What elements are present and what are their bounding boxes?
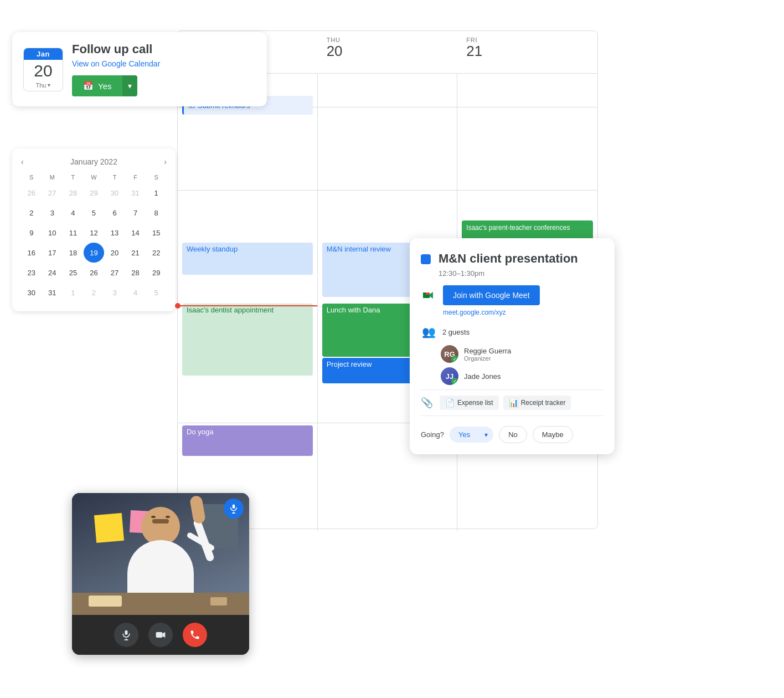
event-dentist[interactable]: Isaac's dentist appointment [182,304,313,376]
mini-cal-day[interactable]: 25 [63,263,84,283]
toggle-camera-button[interactable] [148,623,173,647]
reminder-calendar-icon: Jan 20 Thu [23,48,63,91]
mini-cal-day[interactable]: 9 [21,223,42,243]
event-detail-title: M&N client presentation [439,252,578,266]
mini-cal-day[interactable]: 2 [21,203,42,223]
mini-cal-day[interactable]: 29 [84,183,105,203]
mini-cal-day[interactable]: 3 [42,203,63,223]
going-maybe-button[interactable]: Maybe [533,426,573,443]
mini-cal-day[interactable]: 8 [146,203,167,223]
going-yes-dropdown[interactable]: ▾ [479,427,493,443]
cal-day-thu[interactable]: THU 20 [318,31,458,73]
event-yoga[interactable]: Do yoga [182,425,313,456]
mini-cal-day[interactable]: 2 [84,283,105,302]
mini-cal-day[interactable]: 3 [104,283,125,302]
mini-cal-day[interactable]: 5 [84,203,105,223]
yes-dropdown-button[interactable]: ▾ [122,75,137,96]
mini-cal-th-w: W [84,172,105,183]
guest-role-reggie: Organizer [464,355,511,362]
guest-reggie: RG ✓ Reggie Guerra Organizer [421,345,604,363]
reminder-day: 20 [24,60,63,82]
svg-rect-7 [156,632,163,638]
guests-row: 👥 2 guests [421,325,604,338]
mini-cal-day[interactable]: 18 [63,243,84,263]
row-divider [457,107,597,107]
video-call-card [72,493,249,655]
sheets-icon: 📊 [509,398,518,407]
mic-active-badge [224,499,244,519]
mini-cal-th-f: F [125,172,146,183]
reminder-card: Jan 20 Thu Follow up call View on Google… [12,32,267,106]
mini-cal-day[interactable]: 13 [104,223,125,243]
going-row: Going? Yes ▾ No Maybe [421,423,604,443]
guests-count: 2 guests [442,328,470,336]
check-badge-reggie: ✓ [451,356,458,363]
mini-cal-day[interactable]: 27 [42,183,63,203]
meet-row: Join with Google Meet [421,285,604,305]
mini-cal-day[interactable]: 4 [125,283,146,302]
reminder-actions: 📅 Yes ▾ [72,75,256,96]
cal-day-fri[interactable]: FRI 21 [457,31,597,73]
attachment-icon: 📎 [421,397,435,409]
mini-cal-day[interactable]: 21 [125,243,146,263]
mini-cal-day[interactable]: 29 [146,263,167,283]
attachments-row: 📎 📄 Expense list 📊 Receipt tracker [421,389,604,416]
mini-cal-day[interactable]: 20 [104,243,125,263]
mini-cal-day[interactable]: 7 [125,203,146,223]
end-call-button[interactable] [183,623,207,647]
mini-cal-day[interactable]: 12 [84,223,105,243]
row-divider [318,107,457,107]
going-yes-button[interactable]: Yes [450,427,479,443]
mini-cal-header: ‹ January 2022 › [21,157,167,166]
mini-cal-day[interactable]: 4 [63,203,84,223]
mini-cal-day[interactable]: 11 [63,223,84,243]
mini-cal-day[interactable]: 28 [63,183,84,203]
mute-mic-button[interactable] [114,623,138,647]
mini-cal-day[interactable]: 23 [21,263,42,283]
mini-cal-day[interactable]: 16 [21,243,42,263]
guest-name-reggie: Reggie Guerra [464,347,511,355]
mini-cal-day[interactable]: 6 [104,203,125,223]
mini-cal-day[interactable]: 31 [42,283,63,302]
svg-rect-1 [233,505,235,509]
mini-cal-day[interactable]: 14 [125,223,146,243]
mini-cal-day[interactable]: 5 [146,283,167,302]
mini-cal-day[interactable]: 24 [42,263,63,283]
video-controls [72,615,249,655]
mini-cal-day[interactable]: 19 [84,243,105,263]
mini-cal-day[interactable]: 17 [42,243,63,263]
event-weekly-standup[interactable]: Weekly standup [182,243,313,275]
going-no-button[interactable]: No [499,426,527,443]
guests-icon: 👥 [422,325,436,338]
row-divider [178,423,317,423]
attachment-expense-list[interactable]: 📄 Expense list [440,396,499,410]
mini-cal-day[interactable]: 1 [146,183,167,203]
mini-cal-day[interactable]: 1 [63,283,84,302]
mini-cal-day[interactable]: 15 [146,223,167,243]
mini-cal-day[interactable]: 30 [21,283,42,302]
mini-cal-day[interactable]: 26 [84,263,105,283]
mini-cal-day[interactable]: 31 [125,183,146,203]
mini-cal-day[interactable]: 26 [21,183,42,203]
reminder-day-label: Thu [24,82,63,91]
row-divider [457,190,597,191]
mini-cal-day[interactable]: 10 [42,223,63,243]
event-detail-header: M&N client presentation [421,252,604,266]
mini-cal-day[interactable]: 22 [146,243,167,263]
mini-cal-th-t2: T [104,172,125,183]
video-frame [72,493,249,615]
mini-cal-prev-icon[interactable]: ‹ [21,157,24,166]
meet-url[interactable]: meet.google.com/xyz [421,309,604,316]
guest-name-jade: Jade Jones [464,372,501,381]
mini-cal-day[interactable]: 27 [104,263,125,283]
view-on-google-calendar-link[interactable]: View on Google Calendar [72,59,160,68]
mini-cal-next-icon[interactable]: › [164,157,167,166]
attachment-receipt-tracker[interactable]: 📊 Receipt tracker [503,396,571,410]
avatar-reggie: RG ✓ [441,345,458,363]
mini-cal-day[interactable]: 28 [125,263,146,283]
join-meet-button[interactable]: Join with Google Meet [443,285,540,305]
mini-cal-day[interactable]: 30 [104,183,125,203]
docs-icon: 📄 [445,398,455,407]
going-label: Going? [421,430,444,439]
yes-button[interactable]: 📅 Yes [72,75,122,96]
